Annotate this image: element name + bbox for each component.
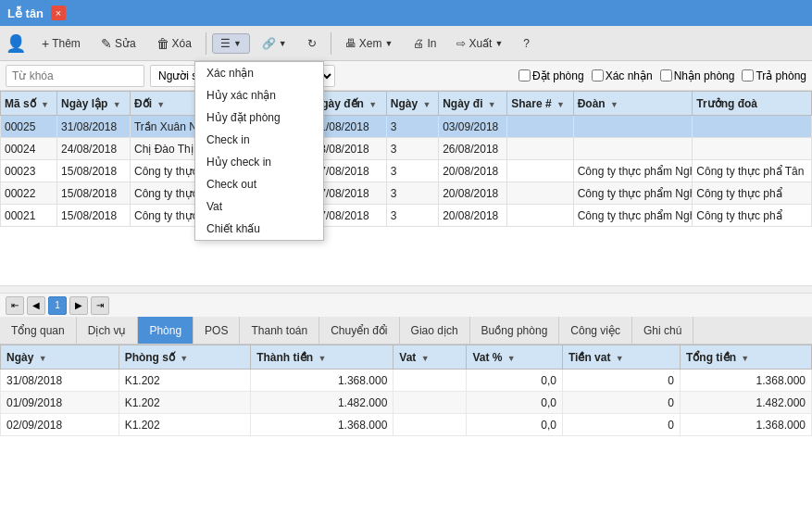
refresh-icon: ↻ [307,37,317,50]
main-table: Mã số ▼ Ngày lập ▼ Đối ▼ Phòng ▼ Ngày đế… [0,91,812,227]
col-thanhtien: Thành tiền ▼ [251,345,394,370]
table-cell [507,116,573,138]
checkbox-nhanphong-input[interactable] [660,69,672,81]
table-cell: 0 [562,392,680,414]
add-button[interactable]: + Thêm [33,32,89,55]
table-cell: 20/08/2018 [439,182,507,205]
table-row[interactable]: 0002315/08/2018Công ty thực pK1.30017/08… [1,160,812,182]
table-row[interactable]: 0002115/08/2018Công ty thực phẩm Nghĩa T… [1,205,812,227]
table-row[interactable]: 01/09/2018K1.2021.482.0000,001.482.000 [1,392,812,414]
table-cell [507,160,573,182]
menu-item-huyxacnhan[interactable]: Hủy xác nhận [195,84,323,107]
print-icon: 🖨 [413,37,424,50]
checkbox-xacnhan-input[interactable] [592,69,604,81]
bottom-table-area: Ngày ▼ Phòng số ▼ Thành tiền ▼ Vat ▼ Vat… [0,345,812,514]
menu-button[interactable]: ☰ ▼ [212,33,250,54]
table-cell [394,414,467,436]
menu-item-huycheckin[interactable]: Hủy check in [195,151,323,173]
close-button[interactable]: × [51,6,66,20]
table-cell: Công ty thực phẩ [693,182,812,205]
main-table-body: 0002531/08/2018Trần Xuân NgK1.20231/08/2… [1,116,812,227]
edit-button[interactable]: ✎ Sửa [93,32,144,55]
table-cell: 3 [386,116,438,138]
table-cell: 1.482.000 [681,392,812,414]
table-cell: 24/08/2018 [57,138,131,160]
tab-giao-dịch[interactable]: Giao dịch [400,317,470,344]
main-table-area: Mã số ▼ Ngày lập ▼ Đối ▼ Phòng ▼ Ngày đế… [0,91,812,285]
tab-thanh-toán[interactable]: Thanh toán [240,317,319,344]
chevron-down-icon: ▼ [233,39,242,48]
page-1[interactable]: 1 [48,296,67,315]
tab-phòng[interactable]: Phòng [138,317,194,344]
print-label: In [427,37,436,50]
table-cell: 1.482.000 [251,392,394,414]
table-cell [394,370,467,392]
bottom-tabs: Tổng quanDịch vụPhòngPOSThanh toánChuyển… [0,317,812,345]
table-cell: 31/08/2018 [57,116,131,138]
tab-ghi-chú[interactable]: Ghi chú [632,317,693,344]
print-view-icon: 🖶 [345,37,356,50]
export-label: Xuất [468,37,492,50]
table-cell: 20/08/2018 [439,205,507,227]
page-last[interactable]: ⇥ [91,296,109,315]
title-bar: Lễ tân × [0,0,812,26]
menu-item-huydatphong[interactable]: Hủy đặt phòng [195,107,323,129]
checkbox-datphong-input[interactable] [518,69,531,81]
menu-item-checkout[interactable]: Check out [195,173,323,195]
delete-button[interactable]: 🗑 Xóa [148,32,200,55]
tab-buồng-phòng[interactable]: Buồng phòng [470,317,560,344]
table-cell: 1.368.000 [251,414,394,436]
page-next[interactable]: ▶ [69,296,88,315]
print-button[interactable]: 🖨 In [405,33,444,54]
checkboxes: Đặt phòng Xác nhận Nhận phòng Trả phòng [518,69,806,82]
tab-công-việc[interactable]: Công việc [559,317,632,344]
tab-tổng-quan[interactable]: Tổng quan [0,317,77,344]
table-cell [573,138,693,160]
checkbox-nhanphong-label: Nhận phòng [674,69,735,82]
table-cell: Công ty thực phẩm Nghĩa Tân [573,182,693,205]
tab-chuyển-đổi[interactable]: Chuyển đổi [319,317,399,344]
checkbox-traphong-input[interactable] [742,69,754,81]
tab-pos[interactable]: POS [194,317,240,344]
title-bar-text: Lễ tân [7,6,44,20]
page-first[interactable]: ⇤ [6,296,24,315]
table-cell: 0,0 [467,414,563,436]
menu-item-xacnhan[interactable]: Xác nhận [195,62,323,84]
table-cell: 15/08/2018 [57,160,131,182]
print-view-button[interactable]: 🖶 Xem ▼ [337,33,402,54]
checkbox-xacnhan-label: Xác nhận [606,69,653,82]
checkbox-datphong[interactable]: Đặt phòng [518,69,584,82]
link-button[interactable]: 🔗 ▼ [254,33,295,54]
bottom-table-body: 31/08/2018K1.2021.368.0000,001.368.00001… [1,370,812,436]
menu-item-vat[interactable]: Vat [195,195,323,218]
edit-icon: ✎ [101,36,112,51]
table-row[interactable]: 0002424/08/2018Chị Đào Thị PK1.30123/08/… [1,138,812,160]
col-ngay: Ngày ▼ [386,92,438,116]
table-cell: 02/09/2018 [1,414,119,436]
table-cell [507,205,573,227]
menu-item-checkin[interactable]: Check in [195,129,323,151]
table-cell: Công ty thực phẩ [693,205,812,227]
table-row[interactable]: 0002531/08/2018Trần Xuân NgK1.20231/08/2… [1,116,812,138]
refresh-button[interactable]: ↻ [299,33,325,54]
scrollbar[interactable] [0,285,812,293]
table-cell [394,392,467,414]
table-row[interactable]: 0002215/08/2018Công ty thực phẩm Nghĩa T… [1,182,812,205]
page-prev[interactable]: ◀ [27,296,45,315]
col-tongtien: Tổng tiền ▼ [681,345,812,370]
table-row[interactable]: 31/08/2018K1.2021.368.0000,001.368.000 [1,370,812,392]
sep1 [206,32,206,55]
checkbox-traphong[interactable]: Trả phòng [742,69,806,82]
checkbox-nhanphong[interactable]: Nhận phòng [660,69,735,82]
table-row[interactable]: 02/09/2018K1.2021.368.0000,001.368.000 [1,414,812,436]
menu-item-chietkhau[interactable]: Chiết khấu [195,218,323,240]
checkbox-xacnhan[interactable]: Xác nhận [592,69,653,82]
tab-dịch-vụ[interactable]: Dịch vụ [77,317,139,344]
export-button[interactable]: ⇨ Xuất ▼ [448,33,511,54]
table-cell: K1.202 [119,414,251,436]
menu-icon: ☰ [220,37,231,50]
col-ngaydi: Ngày đi ▼ [439,92,507,116]
search-input[interactable] [6,65,144,87]
table-cell: Công ty thực phẩm Nghĩa [573,205,693,227]
help-button[interactable]: ? [515,33,538,54]
